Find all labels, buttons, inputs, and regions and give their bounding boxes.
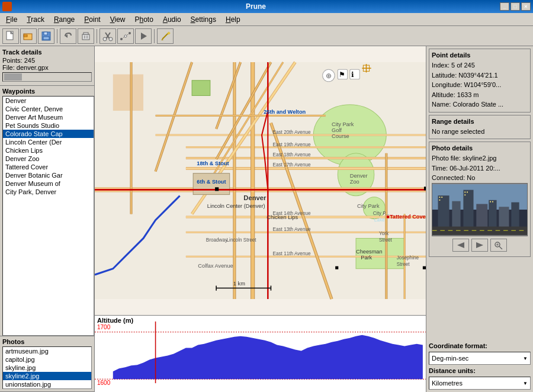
waypoint-item-1[interactable]: Civic Center, Denve [3, 105, 94, 113]
svg-rect-5 [44, 32, 47, 35]
coord-format-value: Deg-min-sec [432, 355, 468, 362]
undo-btn[interactable] [60, 28, 76, 44]
open-btn[interactable] [20, 28, 37, 44]
photo-file: Photo file: skyline2.jpg [432, 153, 528, 163]
svg-rect-26 [192, 81, 210, 96]
menu-track[interactable]: Track [23, 14, 48, 25]
map-svg: 25th and Welton 18th & Stout 6th & Stout… [95, 46, 426, 315]
map-area[interactable]: 25th and Welton 18th & Stout 6th & Stout… [95, 46, 426, 315]
waypoint-item-6[interactable]: Chicken Lips [3, 146, 94, 155]
close-btn[interactable]: × [521, 2, 531, 11]
menu-point[interactable]: Point [81, 14, 104, 25]
label-17th: East 17th Avenue [273, 162, 311, 168]
photo-controls [432, 236, 528, 254]
menu-photo[interactable]: Photo [131, 14, 156, 25]
altitude-bars [113, 335, 423, 379]
svg-point-19 [129, 32, 131, 34]
window-controls[interactable]: _ □ × [500, 2, 531, 11]
point-details-title: Point details [432, 52, 528, 59]
label-14th: East 14th Avenue [273, 211, 311, 216]
photo-next-btn[interactable] [471, 239, 488, 252]
photos-section: Photos artmuseum.jpg capitol.jpg skyline… [0, 336, 94, 392]
range-status: No range selected [432, 127, 528, 137]
waypoint-item-9[interactable]: Denver Botanic Gar [3, 171, 94, 179]
maximize-btn[interactable]: □ [510, 2, 520, 11]
svg-text:Course: Course [332, 133, 349, 139]
photo-item-4[interactable]: unionstation.jpg [3, 380, 91, 388]
label-25th-welton: 25th and Welton [264, 109, 306, 115]
svg-rect-93 [439, 199, 440, 200]
photo-zoom-btn[interactable] [490, 239, 507, 252]
track-details-title: Track details [2, 49, 92, 56]
photo-details-section: Photo details Photo file: skyline2.jpg T… [429, 142, 531, 257]
photo-connected: Connected: No [432, 173, 528, 183]
label-19th: East 19th Avenue [273, 142, 311, 147]
cut-tool-btn[interactable] [99, 28, 116, 44]
delete-range-btn[interactable] [78, 28, 94, 44]
photos-title: Photos [0, 336, 94, 346]
svg-line-21 [162, 33, 168, 39]
label-11th: East 11th Avenue [273, 251, 311, 256]
svg-rect-94 [464, 191, 465, 192]
photo-item-0[interactable]: artmuseum.jpg [3, 347, 91, 355]
menu-help[interactable]: Help [222, 14, 244, 25]
menu-view[interactable]: View [107, 14, 129, 25]
coord-format-select[interactable]: Deg-min-sec ▼ [429, 352, 531, 365]
photo-item-1[interactable]: capitol.jpg [3, 355, 91, 364]
coord-format-arrow: ▼ [523, 356, 528, 361]
label-york: York [379, 231, 389, 236]
photo-prev-btn[interactable] [452, 239, 469, 252]
waypoint-item-10[interactable]: Denver Museum of [3, 179, 94, 188]
point-longitude: Longitude: W104°59'0... [432, 80, 528, 90]
photo-item-3[interactable]: skyline2.jpg [3, 372, 91, 380]
waypoint-item-0[interactable]: Denver [3, 97, 94, 105]
new-btn[interactable] [2, 28, 19, 44]
waypoint-item-7[interactable]: Denver Zoo [3, 155, 94, 163]
menu-audio[interactable]: Audio [159, 14, 185, 25]
minimize-btn[interactable]: _ [500, 2, 509, 11]
waypoint-item-4[interactable]: Colorado State Cap [3, 130, 94, 138]
waypoint-item-8[interactable]: Tattered Cover [3, 163, 94, 171]
waypoints-list[interactable]: Denver Civic Center, Denve Denver Art Mu… [2, 96, 94, 336]
left-panel: Track details Points: 245 File: denver.g… [0, 46, 95, 392]
track-point-cheesman [335, 266, 338, 269]
save-btn[interactable] [38, 28, 54, 44]
draw-btn[interactable] [157, 28, 174, 44]
waypoints-section: Waypoints Denver Civic Center, Denve Den… [0, 86, 94, 336]
waypoint-item-2[interactable]: Denver Art Museum [3, 113, 94, 121]
distance-units-arrow: ▼ [523, 381, 528, 386]
main-layout: Track details Points: 245 File: denver.g… [0, 46, 533, 392]
menu-range[interactable]: Range [50, 14, 78, 25]
menu-file[interactable]: File [2, 14, 21, 25]
svg-point-17 [120, 38, 123, 40]
scale-label: 1 km [233, 281, 245, 287]
waypoint-item-11[interactable]: City Park, Denver [3, 188, 94, 196]
waypoint-item-5[interactable]: Lincoln Center (Der [3, 138, 94, 146]
altitude-panel: Altitude (m) 1700 1600 [95, 315, 426, 392]
point-altitude: Altitude: 1633 m [432, 90, 528, 100]
app-title: Prune [12, 2, 500, 11]
photo-item-2[interactable]: skyline.jpg [3, 364, 91, 372]
track-point-tattered [424, 187, 426, 190]
svg-line-104 [499, 246, 502, 249]
label-20th: East 20th Avenue [273, 130, 311, 135]
svg-text:Zoo: Zoo [350, 179, 359, 185]
svg-rect-96 [464, 194, 465, 195]
svg-rect-3 [24, 35, 27, 37]
label-city-park: City Park [357, 203, 380, 209]
point-index: Index: 5 of 245 [432, 60, 528, 70]
interpolate-btn[interactable] [117, 28, 134, 44]
svg-marker-22 [161, 39, 163, 40]
svg-rect-99 [432, 226, 527, 234]
label-broadway: Broadway [206, 237, 228, 243]
photos-list[interactable]: artmuseum.jpg capitol.jpg skyline.jpg sk… [2, 346, 92, 389]
distance-units-select[interactable]: Kilometres ▼ [429, 377, 531, 390]
replay-btn[interactable] [135, 28, 152, 44]
menu-settings[interactable]: Settings [187, 14, 220, 25]
altitude-chart-svg [95, 316, 426, 392]
waypoint-item-3[interactable]: Pet Sounds Studio [3, 121, 94, 130]
track-scrollbar-thumb[interactable] [4, 73, 22, 81]
track-details-section: Track details Points: 245 File: denver.g… [0, 46, 94, 86]
track-scrollbar[interactable] [2, 72, 92, 82]
app-icon [2, 2, 12, 11]
